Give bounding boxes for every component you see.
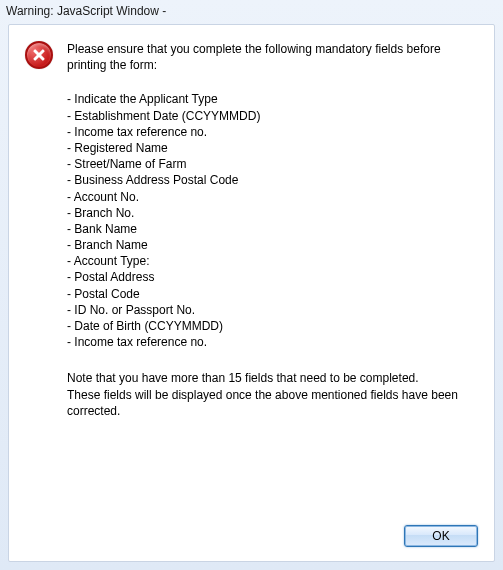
list-item: Branch No. xyxy=(67,205,478,221)
button-row: OK xyxy=(404,525,478,547)
message-column: Please ensure that you complete the foll… xyxy=(67,41,478,423)
list-item: Income tax reference no. xyxy=(67,334,478,350)
note-block: Note that you have more than 15 fields t… xyxy=(67,370,478,419)
note-line2: These fields will be displayed once the … xyxy=(67,387,478,419)
icon-column xyxy=(25,41,57,69)
list-item: Postal Address xyxy=(67,269,478,285)
mandatory-field-list: Indicate the Applicant Type Establishmen… xyxy=(67,91,478,350)
list-item: Account No. xyxy=(67,189,478,205)
content-wrap: Please ensure that you complete the foll… xyxy=(25,41,478,423)
list-item: Postal Code xyxy=(67,286,478,302)
list-item: Street/Name of Farm xyxy=(67,156,478,172)
list-item: Establishment Date (CCYYMMDD) xyxy=(67,108,478,124)
list-item: Branch Name xyxy=(67,237,478,253)
intro-text: Please ensure that you complete the foll… xyxy=(67,41,478,73)
ok-button[interactable]: OK xyxy=(404,525,478,547)
list-item: Business Address Postal Code xyxy=(67,172,478,188)
list-item: Account Type: xyxy=(67,253,478,269)
title-text: Warning: JavaScript Window - xyxy=(6,0,166,22)
dialog-window: Warning: JavaScript Window - Please ensu… xyxy=(0,0,503,570)
error-icon xyxy=(25,41,53,69)
title-bar: Warning: JavaScript Window - xyxy=(0,0,503,22)
list-item: Indicate the Applicant Type xyxy=(67,91,478,107)
list-item: Income tax reference no. xyxy=(67,124,478,140)
list-item: Bank Name xyxy=(67,221,478,237)
list-item: Date of Birth (CCYYMMDD) xyxy=(67,318,478,334)
dialog-body: Please ensure that you complete the foll… xyxy=(8,24,495,562)
note-line1: Note that you have more than 15 fields t… xyxy=(67,370,478,386)
list-item: Registered Name xyxy=(67,140,478,156)
list-item: ID No. or Passport No. xyxy=(67,302,478,318)
